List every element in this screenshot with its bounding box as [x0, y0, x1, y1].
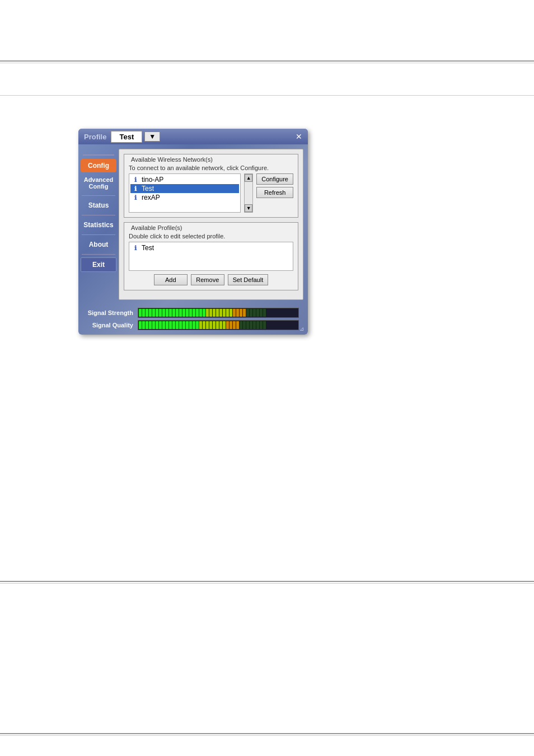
profile-list[interactable]: ℹ Test: [129, 242, 293, 271]
profile-action-buttons: Add Remove Set Default: [129, 274, 293, 285]
available-networks-description: To connect to an available network, clic…: [129, 165, 293, 171]
network-item-test[interactable]: ℹ Test: [130, 184, 239, 193]
mid-rule: [0, 95, 534, 96]
network-item-tino-ap[interactable]: ℹ tino-AP: [130, 175, 239, 184]
signal-strength-row: Signal Strength: [83, 308, 299, 318]
signal-quality-label: Signal Quality: [83, 322, 133, 328]
sidebar-divider-2: [82, 215, 115, 215]
very-bottom-rule-1: [0, 733, 534, 734]
signal-quality-bars: [139, 321, 266, 329]
available-profiles-description: Double click to edit selected profile.: [129, 233, 293, 240]
sidebar: Config Advanced Config Status Statistics…: [78, 149, 119, 304]
profile-name-test: Test: [142, 244, 154, 252]
set-default-button[interactable]: Set Default: [228, 274, 268, 285]
sidebar-divider-3: [82, 234, 115, 235]
network-list-row: ℹ tino-AP ℹ Test ℹ rexAP: [129, 173, 293, 213]
sidebar-item-status[interactable]: Status: [81, 199, 116, 212]
signal-strength-bar: [138, 308, 299, 318]
network-icon-rexap: ℹ: [132, 194, 139, 201]
top-rule-1: [0, 60, 534, 62]
sidebar-item-exit[interactable]: Exit: [81, 257, 116, 272]
signal-strength-bars: [139, 309, 266, 317]
network-icon-test: ℹ: [132, 185, 139, 192]
sidebar-item-config[interactable]: Config: [81, 159, 116, 172]
top-rule-2: [0, 63, 534, 63]
available-networks-group: Available Wireless Network(s) To connect…: [124, 154, 298, 218]
network-list[interactable]: ℹ tino-AP ℹ Test ℹ rexAP: [129, 173, 241, 213]
sidebar-item-statistics[interactable]: Statistics: [81, 218, 116, 232]
tab-profile[interactable]: Profile: [84, 133, 106, 141]
tab-test[interactable]: Test: [111, 131, 142, 143]
signal-quality-bar: [138, 320, 299, 330]
bottom-rule-1: [0, 581, 534, 582]
profile-item-test[interactable]: ℹ Test: [130, 243, 292, 252]
very-bottom-rule-2: [0, 735, 534, 736]
bottom-rule-2: [0, 583, 534, 584]
network-name-tino-ap: tino-AP: [142, 176, 163, 184]
network-scrollbar[interactable]: ▲ ▼: [244, 173, 253, 213]
signal-quality-row: Signal Quality: [83, 320, 299, 330]
network-icon-tino-ap: ℹ: [132, 176, 139, 184]
sidebar-top-divider: [83, 154, 114, 156]
resize-handle[interactable]: ⊿: [298, 325, 306, 332]
available-networks-title: Available Wireless Network(s): [129, 156, 293, 163]
scroll-track: [245, 182, 252, 204]
sidebar-divider-4: [82, 254, 115, 255]
remove-button[interactable]: Remove: [191, 274, 224, 285]
network-item-rexap[interactable]: ℹ rexAP: [130, 193, 239, 202]
wireless-utility-dialog: Profile Test ▼ ✕ Config Advanced Config …: [78, 129, 308, 335]
sidebar-divider-1: [82, 195, 115, 196]
sidebar-item-about[interactable]: About: [81, 238, 116, 251]
title-bar: Profile Test ▼ ✕: [78, 129, 308, 144]
main-content: Config Advanced Config Status Statistics…: [78, 144, 308, 304]
scroll-up-btn[interactable]: ▲: [245, 174, 252, 182]
dialog-shell: Profile Test ▼ ✕ Config Advanced Config …: [78, 129, 308, 335]
network-name-test: Test: [142, 185, 154, 192]
refresh-button[interactable]: Refresh: [256, 187, 293, 198]
available-profiles-title: Available Profile(s): [129, 224, 293, 231]
signal-strength-label: Signal Strength: [83, 309, 133, 316]
profile-icon-test: ℹ: [132, 244, 139, 252]
tab-dropdown[interactable]: ▼: [144, 132, 160, 142]
configure-button[interactable]: Configure: [256, 173, 293, 185]
close-button[interactable]: ✕: [293, 132, 305, 141]
scroll-down-btn[interactable]: ▼: [245, 204, 252, 212]
right-panel: Available Wireless Network(s) To connect…: [119, 149, 303, 300]
network-name-rexap: rexAP: [142, 194, 160, 201]
signal-section: Signal Strength Signal Quality: [78, 304, 308, 335]
available-profiles-group: Available Profile(s) Double click to edi…: [124, 222, 298, 290]
add-button[interactable]: Add: [154, 274, 188, 285]
network-action-buttons: Configure Refresh: [256, 173, 293, 213]
sidebar-item-advanced-config[interactable]: Advanced Config: [81, 173, 116, 192]
